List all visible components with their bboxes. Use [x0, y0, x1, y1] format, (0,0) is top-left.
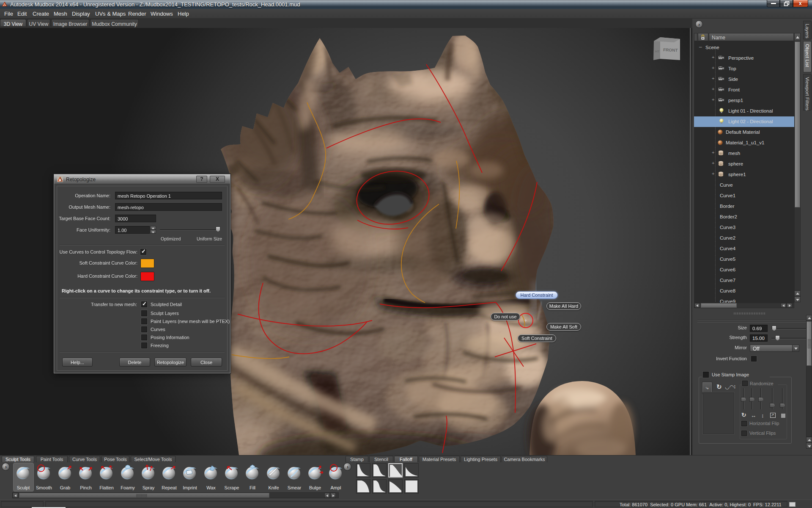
svg-text:FRONT: FRONT	[663, 47, 678, 52]
svg-text:HT: HT	[655, 50, 660, 53]
